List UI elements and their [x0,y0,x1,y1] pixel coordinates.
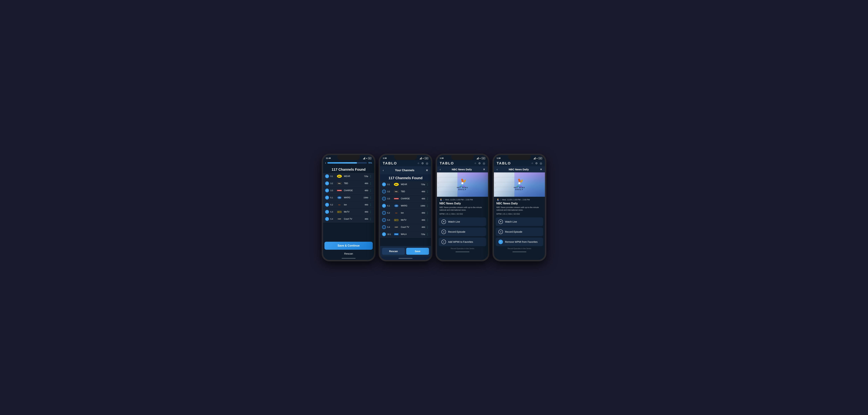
ch-row2-3-2[interactable]: 3.2 TBD. TBD 480i ⋮ [380,188,431,195]
scroll-hint-3: Record Episodes in this Series [437,247,488,250]
ch-row2-5-3[interactable]: 5.3 MeTV MeTV 480i ⋮ [380,217,431,224]
channel-row-3-3[interactable]: ✓ 3.3 CHARGE! CHARGE 480i ⋮ [323,187,374,194]
record-episode-button-4[interactable]: ◎ Record Episode [496,228,543,236]
ch-row2-10-1[interactable]: ✓ 10.1 FOX WALA 720p ⋮ [380,231,431,238]
dots2-5-3[interactable]: ⋮ [426,218,429,222]
show-image-3: M T W Th F [437,172,488,197]
channel-list-2: ✓ 3.1 abc WEAR 720p ⋮ 3.2 TBD. TBD 480i … [380,181,431,246]
ch-logo2-cbs: CBS [393,204,400,208]
dots2-10-1[interactable]: ⋮ [426,233,429,236]
check-icon-5-4: ✓ [325,217,329,221]
user-icon-4[interactable]: ◎ [540,162,542,165]
gear-icon-3[interactable]: ⚙ [478,162,481,165]
ch-row2-3-1[interactable]: ✓ 3.1 abc WEAR 720p ⋮ [380,181,431,188]
save-button-2[interactable]: Save [406,248,429,255]
home-bar-3 [456,251,469,252]
channel-row-5-1[interactable]: ✓ 5.1 CBS WKRG 1080i ⋮ [323,194,374,201]
svg-point-27 [498,200,498,200]
add-favorites-button-3[interactable]: + Add WPMI to Favorites [439,238,486,246]
svg-point-15 [519,179,520,182]
ch-row2-5-4[interactable]: 5.4 COURT Court TV 480i ⋮ [380,224,431,231]
wifi-icon-2: ▲ [422,157,424,159]
ch-row2-3-3[interactable]: 3.3 CHARGE! CHARGE 480i ⋮ [380,195,431,202]
home-indicator-3 [437,250,488,254]
ch-row2-5-1[interactable]: ✓ 5.1 CBS WKRG 1080i ⋮ [380,203,431,209]
search-icon-4[interactable]: ○ [531,162,533,165]
dots-menu-5-2[interactable]: ⋮ [369,203,372,206]
wifi-icon-1: ▲ [366,157,367,159]
modal-title-2: Your Channels [395,169,414,172]
close-button-4[interactable]: ✕ [540,168,542,171]
home-indicator-1 [323,257,374,260]
svg-point-2 [463,179,466,183]
search-icon-3[interactable]: ○ [474,162,476,165]
search-icon-2[interactable]: ○ [417,162,419,165]
dots2-3-2[interactable]: ⋮ [426,190,429,193]
ch-name-ion: Ion [344,204,365,206]
dots2-3-1[interactable]: ⋮ [426,183,429,186]
channel-row-5-2[interactable]: ✓ 5.2 ion Ion 480i ⋮ [323,201,374,208]
ch-logo2-abc: abc [393,182,400,186]
dots-menu-5-4[interactable]: ⋮ [369,217,372,221]
user-icon-3[interactable]: ◎ [483,162,485,165]
status-bar-2: 1:38 ▲ 100 [380,155,431,160]
dots-menu-5-1[interactable]: ⋮ [369,196,372,199]
dots2-5-4[interactable]: ⋮ [426,226,429,229]
dots-menu-5-3[interactable]: ⋮ [369,210,372,214]
nbc-text-area-4: NBC NEWS DAILY [514,187,525,190]
gear-icon-4[interactable]: ⚙ [535,162,538,165]
dots2-5-2[interactable]: ⋮ [426,211,429,215]
record-episode-label-4: Record Episode [505,230,522,233]
ch-num-3-1: 3.1 [330,175,335,177]
watch-live-button-3[interactable]: 👁 Watch Live [439,217,486,226]
svg-point-6 [461,182,464,184]
dots2-3-3[interactable]: ⋮ [426,197,429,200]
gear-icon-2[interactable]: ⚙ [421,162,424,165]
close-button-3[interactable]: ✕ [483,168,485,171]
channel-row-5-3[interactable]: ✓ 5.3 MeTV MeTV 480i ⋮ [323,209,374,215]
bottom-buttons-2: Rescan Save [380,246,431,257]
dots-menu-3-2[interactable]: ⋮ [369,182,372,185]
watch-live-label-3: Watch Live [448,220,460,223]
record-icon-4: ◎ [498,230,503,234]
status-icons-4: ▲ 100 [534,157,542,159]
ch-row2-5-2[interactable]: 5.2 ion Ion 480i ⋮ [380,210,431,216]
ch-quality-5-3: 480i [365,211,368,213]
signal-icon-2 [420,157,422,159]
progress-fill-1 [328,162,357,164]
status-bar-1: 11:49 ▲ 6G [323,155,374,160]
nbc-text-area-3: NBC NEWS DAILY [457,187,468,190]
dots-menu-3-1[interactable]: ⋮ [369,175,372,178]
phone-1: 11:49 ▲ 6G ‹ 75% [322,154,375,261]
channel-row-5-4[interactable]: ✓ 5.4 COURT Court TV 480i ⋮ [323,216,374,223]
remove-favorites-button-4[interactable]: ✓ Remove WPMI from Favorites [496,238,543,246]
show-desc-4: NBC News provides viewers with up-to-the… [496,206,542,211]
user-icon-2[interactable]: ◎ [426,162,428,165]
back-button-2[interactable]: ‹ [383,169,384,172]
watch-live-button-4[interactable]: 👁 Watch Live [496,217,543,226]
ch-name-metv: MeTV [344,211,365,213]
dots-menu-3-3[interactable]: ⋮ [369,189,372,192]
status-bar-4: 1:38 ▲ 100 [494,155,545,160]
back-button-1[interactable]: ‹ [325,161,326,165]
show-desc-3: NBC News provides viewers with up-to-the… [439,206,486,211]
check-icon2-3-1: ✓ [382,182,386,186]
status-icons-1: ▲ 6G [363,157,371,159]
save-continue-button[interactable]: Save & Continue [324,242,373,250]
channel-row-3-1[interactable]: ✓ 3.1 abc WEAR 720p ⋮ [323,173,374,180]
close-button-2[interactable]: ✕ [426,169,428,172]
dots2-5-1[interactable]: ⋮ [426,204,429,208]
home-bar-1 [342,258,355,259]
phone-2: 1:38 ▲ 100 TABLO ○ ⚙ [379,154,432,261]
ch-logo-metv: MeTV [336,210,343,214]
channel-row-3-2[interactable]: ✓ 3.2 TBD. TBD 480i ⋮ [323,180,374,187]
rescan-button-1[interactable]: Rescan [323,251,374,257]
home-bar-2 [399,258,412,259]
meta-divider-4: | [500,199,501,201]
nbc-peacock-icon-3 [458,179,467,187]
rescan-button-2[interactable]: Rescan [382,248,405,255]
nbc-small-icon-4 [496,199,499,201]
record-episode-button-3[interactable]: ◎ Record Episode [439,228,486,236]
screen-your-channels: 1:38 ▲ 100 TABLO ○ ⚙ [380,155,431,260]
eye-icon-3: 👁 [441,219,446,224]
